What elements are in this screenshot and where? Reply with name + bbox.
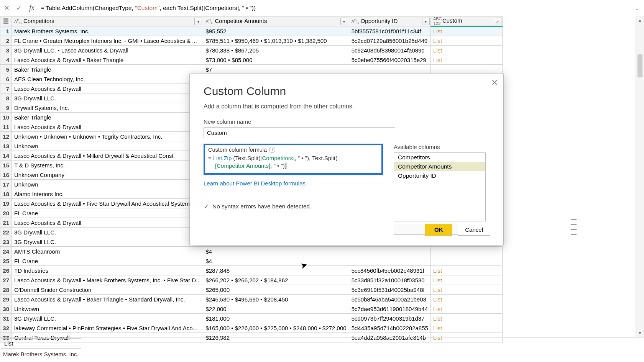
table-row[interactable]: 30Unkwown$22,0005c7dae953d61190018049b44… [0, 304, 503, 314]
row-number[interactable]: 11 [0, 122, 12, 132]
cell-competitors[interactable]: FL Crane [12, 208, 203, 218]
cell-competitors[interactable]: Lasco Acoustics & Drywall [12, 218, 203, 228]
cell-opportunity[interactable]: 5c2cd07129a856001b25d449 [349, 36, 430, 46]
cell-custom[interactable]: List [430, 266, 502, 275]
row-number[interactable]: 6 [0, 74, 12, 84]
cell-custom[interactable] [430, 247, 502, 256]
cell-competitors[interactable]: 3G Drywall LLC. [12, 237, 203, 247]
row-number[interactable]: 19 [0, 199, 12, 208]
table-row[interactable]: 5Baker Triangle$7 [0, 65, 503, 74]
cell-competitors[interactable]: Lasco Acoustics & Drywall • Millard Dryw… [12, 151, 203, 161]
cell-competitors[interactable]: Alamo Interiors Inc. [12, 189, 203, 199]
cell-opportunity[interactable]: 5c7dae953d61190018049b44 [349, 304, 430, 314]
cell-opportunity[interactable] [349, 247, 430, 256]
row-number[interactable]: 16 [0, 170, 12, 180]
cell-opportunity[interactable]: 5c0ebe075566f40020315e29 [349, 55, 430, 65]
cell-competitors[interactable]: Unknown Company [12, 170, 203, 180]
column-filter-icon[interactable]: ▾ [194, 18, 202, 25]
close-icon[interactable]: ✕ [491, 78, 498, 88]
table-row[interactable]: 4Lasco Acoustics & Drywall • Baker Trian… [0, 55, 503, 65]
cell-competitors[interactable]: Lasco Acoustics & Drywall • Five Star Dr… [12, 199, 203, 208]
available-column-item[interactable]: Competitors [394, 153, 485, 162]
cell-competitors[interactable]: Lasco Acoustics & Drywall • Baker Triang… [12, 295, 203, 304]
row-number[interactable]: 3 [0, 46, 12, 55]
row-number[interactable]: 28 [0, 285, 12, 295]
cell-amounts[interactable]: $7 [203, 65, 349, 74]
cell-amounts[interactable]: $785,511 • $950,469 • $1,013,310 • $1,38… [203, 36, 349, 46]
fx-icon[interactable]: fx [27, 3, 37, 12]
row-number[interactable]: 20 [0, 208, 12, 218]
cell-custom[interactable] [430, 256, 502, 266]
cell-competitors[interactable]: Unknown [12, 180, 203, 189]
row-number[interactable]: 29 [0, 295, 12, 304]
row-number[interactable]: 27 [0, 275, 12, 285]
row-number[interactable]: 10 [0, 113, 12, 122]
cell-competitors[interactable]: 3G Drywall LLC. [12, 93, 203, 103]
cell-amounts[interactable]: $165,000 • $226,000 • $225,000 • $248,00… [203, 323, 349, 333]
cell-competitors[interactable]: Lasco Acoustics & Drywall [12, 122, 203, 132]
row-number[interactable]: 30 [0, 304, 12, 314]
row-number[interactable]: 25 [0, 256, 12, 266]
column-header-custom[interactable]: ABC123Custom⤢ [430, 16, 502, 26]
cell-custom[interactable]: List [430, 46, 502, 55]
available-column-item[interactable]: Opportunity ID [394, 171, 485, 180]
cell-competitors[interactable]: Marek Brothers Systems, Inc. [12, 26, 203, 36]
table-row[interactable]: 29Lasco Acoustics & Drywall • Baker Tria… [0, 295, 503, 304]
row-number[interactable]: 26 [0, 266, 12, 275]
cell-competitors[interactable]: Lasco Acoustics & Drywall [12, 84, 203, 93]
cell-amounts[interactable]: $265,000 [203, 285, 349, 295]
cell-competitors[interactable]: T & D Systems, Inc. [12, 161, 203, 170]
cell-competitors[interactable]: Lasco Acoustics & Drywall • Baker Triang… [12, 55, 203, 65]
row-number[interactable]: 32 [0, 323, 12, 333]
column-header-opportunity[interactable]: ABCOpportunity ID▾ [349, 16, 430, 26]
cell-amounts[interactable]: $22,000 [203, 304, 349, 314]
row-number[interactable]: 13 [0, 141, 12, 151]
cell-amounts[interactable]: $246,530 • $496,690 • $208,450 [203, 295, 349, 304]
row-number[interactable]: 9 [0, 103, 12, 113]
row-number[interactable]: 5 [0, 65, 12, 74]
table-row[interactable]: 313G Drywall LLC.$181,0005cd0973b7ff2940… [0, 314, 503, 323]
ok-button[interactable]: OK [425, 224, 452, 236]
row-number[interactable]: 24 [0, 247, 12, 256]
info-icon[interactable]: i [269, 147, 275, 153]
learn-formulas-link[interactable]: Learn about Power BI Desktop formulas [204, 180, 306, 187]
cell-amounts[interactable]: $780,338 • $867,205 [203, 46, 349, 55]
cell-competitors[interactable]: 3G Drywall LLC. [12, 314, 203, 323]
cell-opportunity[interactable]: 5c33d851f32a100018f03530 [349, 275, 430, 285]
cell-opportunity[interactable]: 5d4435a95d714b002282a855 [349, 323, 430, 333]
cell-competitors[interactable]: Drywall Systems, Inc. [12, 103, 203, 113]
row-number[interactable]: 8 [0, 93, 12, 103]
cell-amounts[interactable]: $266,202 • $266,202 • $184,862 [203, 275, 349, 285]
cell-custom[interactable]: List [430, 304, 502, 314]
table-row[interactable]: 33G Drywall LLC. • Lasco Acoustics & Dry… [0, 46, 503, 55]
cell-amounts[interactable]: $181,000 [203, 314, 349, 323]
row-number[interactable]: 15 [0, 161, 12, 170]
cancel-button[interactable]: Cancel [458, 224, 490, 236]
row-number[interactable]: 2 [0, 36, 12, 46]
cell-opportunity[interactable]: 5cc84560fb45eb002e48931f [349, 266, 430, 275]
table-row[interactable]: 32lakeway Commercial • PinPoint Strategi… [0, 323, 503, 333]
cell-competitors[interactable]: Unkwown [12, 304, 203, 314]
formula-expand-icon[interactable]: ⌄ [635, 5, 642, 11]
cell-competitors[interactable]: O'Donnell Snider Construction [12, 285, 203, 295]
cell-opportunity[interactable] [349, 256, 430, 266]
scroll-down-icon[interactable]: ▼ [636, 329, 644, 337]
cell-competitors[interactable]: AES Clean Technology, Inc. [12, 74, 203, 84]
row-number[interactable]: 18 [0, 189, 12, 199]
row-number[interactable]: 21 [0, 218, 12, 228]
row-number[interactable]: 17 [0, 180, 12, 189]
table-row[interactable]: 27Lasco Acoustics & Drywall • Marek Brot… [0, 275, 503, 285]
vertical-scrollbar[interactable]: ▲ ▼ [636, 16, 644, 337]
row-number[interactable]: 23 [0, 237, 12, 247]
cell-competitors[interactable]: Unknown [12, 141, 203, 151]
cell-custom[interactable] [430, 65, 502, 74]
column-header-competitors[interactable]: ABCCompetitors▾ [12, 16, 203, 26]
row-number[interactable]: 14 [0, 151, 12, 161]
row-number[interactable]: 1 [0, 26, 12, 36]
column-expand-icon[interactable]: ⤢ [494, 18, 501, 25]
table-row[interactable]: 26TD Industries$287,8485cc84560fb45eb002… [0, 266, 503, 275]
cell-competitors[interactable]: Lasco Acoustics & Drywall • Marek Brothe… [12, 275, 203, 285]
cell-competitors[interactable]: Baker Triangle [12, 113, 203, 122]
table-row[interactable]: 25FL Crane$4 [0, 256, 503, 266]
row-number[interactable]: 12 [0, 132, 12, 141]
